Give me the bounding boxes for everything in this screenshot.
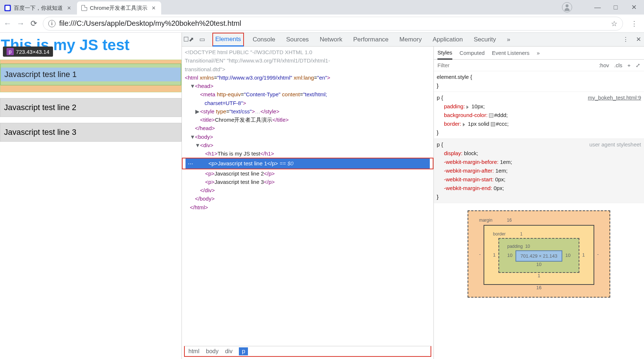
close-window-icon[interactable]: ✕ (630, 4, 637, 11)
dom-selected-wrap: ⋯<p>Javascript test line 1</p> == $0 (182, 158, 433, 169)
dom-doctype: <!DOCTYPE html PUBLIC "-//W3C//DTD XHTML… (185, 48, 431, 73)
prop-value: 1em; (500, 159, 512, 165)
dom-body-close[interactable]: </body> (185, 194, 431, 203)
inspect-element-icon[interactable]: ☐⬈ (185, 36, 192, 43)
more-tabs-icon[interactable]: » (537, 50, 539, 56)
dom-tree[interactable]: <!DOCTYPE html PUBLIC "-//W3C//DTD XHTML… (182, 47, 433, 346)
color-swatch-icon[interactable] (489, 113, 493, 118)
prop-value: block; (464, 150, 478, 156)
p-rule[interactable]: my_bokeh_test.html:9 p { padding: 10px; … (434, 92, 644, 139)
forward-icon[interactable]: → (17, 20, 25, 28)
tab-elements[interactable]: Elements (212, 33, 244, 47)
tab-more-icon[interactable]: » (505, 33, 512, 47)
bm-content[interactable]: 701.429 × 21.143 (515, 250, 563, 262)
tab-computed[interactable]: Computed (460, 50, 485, 56)
profile-icon[interactable] (562, 2, 572, 12)
dom-meta[interactable]: <meta http-equiv="Content-Type" content=… (185, 90, 431, 107)
dom-head[interactable]: ▼<head> (185, 82, 431, 90)
dom-body[interactable]: ▼<body> (185, 133, 431, 141)
bm-value: 10 (565, 253, 570, 258)
close-icon[interactable]: × (150, 4, 157, 12)
tab-application[interactable]: Application (431, 33, 465, 47)
page-icon (81, 5, 87, 11)
tab-sources[interactable]: Sources (284, 33, 311, 47)
prop-value[interactable]: #ccc; (496, 121, 509, 127)
prop-name[interactable]: padding: (444, 103, 465, 109)
tab-styles[interactable]: Styles (437, 47, 452, 60)
bm-value: - (479, 251, 481, 257)
dom-p-selected[interactable]: ⋯<p>Javascript test line 1</p> == $0 (186, 158, 430, 168)
dom-head-close[interactable]: </head> (185, 124, 431, 132)
rule-source-link[interactable]: my_bokeh_test.html:9 (588, 93, 641, 102)
prop-name: -webkit-margin-before: (444, 159, 498, 165)
dom-div-close[interactable]: </div> (185, 186, 431, 194)
tab-event-listeners[interactable]: Event Listeners (492, 50, 529, 56)
prop-name: -webkit-margin-end: (444, 185, 492, 191)
dom-h1[interactable]: <h1>This is my JS test</h1> (185, 149, 431, 158)
element-style-rule[interactable]: element.style { } (434, 71, 644, 92)
site-info-icon[interactable]: i (48, 20, 56, 27)
prop-value[interactable]: 1px solid (468, 121, 491, 127)
ua-rule[interactable]: user agent stylesheet p { display: block… (434, 139, 644, 203)
dom-html-open[interactable]: <html xmlns="http://www.w3.org/1999/xhtm… (185, 73, 431, 82)
bm-value: 10 (525, 244, 530, 249)
bookmark-star-icon[interactable]: ☆ (611, 19, 617, 28)
paragraph[interactable]: Javascript test line 2 (0, 98, 182, 117)
devtools-close-icon[interactable]: ✕ (636, 36, 641, 43)
chrome-menu-icon[interactable]: ⋮ (628, 23, 640, 25)
prop-value[interactable]: 10px; (472, 103, 485, 109)
device-toggle-icon[interactable]: ▭ (199, 36, 206, 43)
tab-console[interactable]: Console (250, 33, 277, 47)
content-highlight[interactable]: Javascript test line 1 (1, 68, 181, 81)
crumb-p[interactable]: p (239, 347, 248, 355)
expand-icon[interactable] (466, 105, 469, 109)
prop-name[interactable]: background-color: (444, 112, 488, 118)
tab-performance[interactable]: Performance (351, 33, 391, 47)
tooltip-dimensions: 723.43×43.14 (16, 49, 49, 55)
prop-name: display: (444, 150, 462, 156)
baidu-favicon-icon (4, 5, 11, 11)
dom-title[interactable]: <title>Chrome开发者工具演示</title> (185, 116, 431, 124)
dom-div[interactable]: ▼<div> (185, 141, 431, 149)
bm-padding[interactable]: padding 10 10 701.429 × 21.143 10 10 (498, 238, 579, 273)
bm-margin[interactable]: margin16 - border1 1 padding 10 (468, 210, 611, 298)
crumb-body[interactable]: body (206, 348, 219, 355)
back-icon[interactable]: ← (4, 20, 12, 28)
crumb-html[interactable]: html (188, 348, 199, 355)
maximize-icon[interactable]: □ (612, 4, 619, 11)
pin-icon[interactable]: ⤢ (636, 62, 640, 69)
close-icon[interactable]: × (66, 4, 73, 12)
paragraph[interactable]: Javascript test line 3 (0, 123, 182, 142)
element-tooltip: p 723.43×43.14 (3, 47, 53, 57)
tab-active[interactable]: Chrome开发者工具演示 × (77, 1, 162, 15)
bm-label: padding (507, 244, 523, 249)
styles-filter-input[interactable] (437, 62, 594, 68)
bm-border[interactable]: border1 1 padding 10 10 701.429 × 21.143 (484, 225, 594, 285)
prop-name[interactable]: border: (444, 121, 461, 127)
margin-highlight: Javascript test line 1 (0, 60, 182, 92)
bm-value: 16 (507, 218, 511, 223)
prop-value[interactable]: #ddd; (494, 112, 508, 118)
cls-toggle[interactable]: .cls (614, 62, 623, 68)
rule-source-label: user agent stylesheet (589, 140, 641, 149)
tab-baidu[interactable]: 百度一下，你就知道 × (0, 1, 77, 15)
dom-breadcrumb[interactable]: html body div p (184, 346, 431, 357)
hov-toggle[interactable]: :hov (599, 62, 609, 68)
url-input-container[interactable]: i file:///C:/Users/apple/Desktop/my%20bo… (43, 17, 623, 31)
color-swatch-icon[interactable] (491, 122, 495, 126)
tab-label: Chrome开发者工具演示 (90, 5, 147, 12)
more-icon[interactable]: ⋯ (186, 160, 195, 166)
tab-memory[interactable]: Memory (397, 33, 424, 47)
dom-p3[interactable]: <p>Javascript test line 3</p> (185, 178, 431, 186)
minimize-icon[interactable]: — (594, 4, 601, 11)
reload-icon[interactable]: ⟳ (30, 20, 38, 28)
crumb-div[interactable]: div (225, 348, 232, 355)
expand-icon[interactable] (463, 123, 465, 126)
tab-network[interactable]: Network (318, 33, 345, 47)
devtools-menu-icon[interactable]: ⋮ (623, 36, 629, 43)
dom-html-close[interactable]: </html> (185, 203, 431, 211)
tab-security[interactable]: Security (472, 33, 498, 47)
dom-style[interactable]: ▶<style type="text/css">…</style> (185, 107, 431, 116)
add-rule-icon[interactable]: + (627, 62, 631, 68)
dom-p2[interactable]: <p>Javascript test line 2</p> (185, 169, 431, 178)
